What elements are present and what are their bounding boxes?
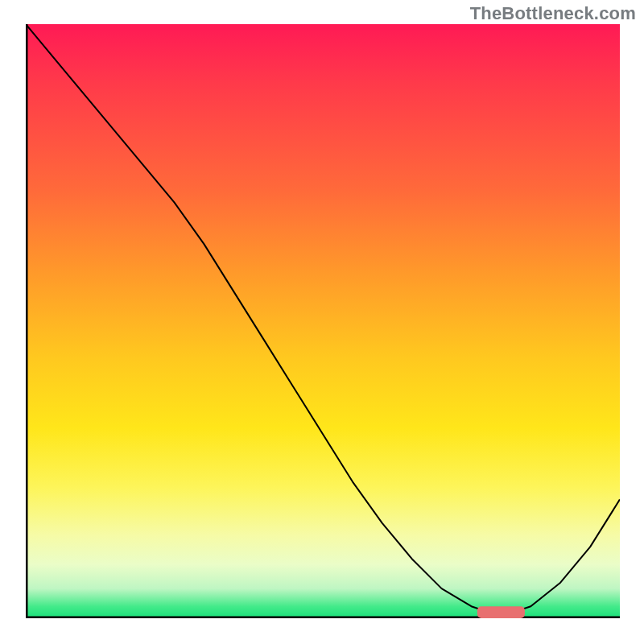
axes xyxy=(26,24,620,618)
chart-stage: TheBottleneck.com xyxy=(0,0,644,644)
watermark-text: TheBottleneck.com xyxy=(470,3,636,24)
plot-area xyxy=(26,24,620,618)
optimal-marker xyxy=(477,606,525,618)
plot-overlay xyxy=(26,24,620,618)
bottleneck-curve xyxy=(26,24,620,613)
